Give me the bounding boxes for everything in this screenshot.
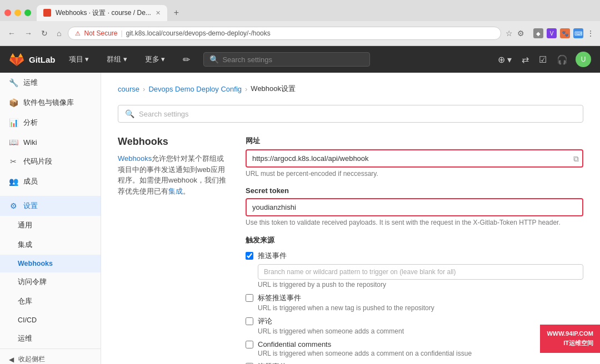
projects-menu-btn[interactable]: 项目 ▾ [64,52,94,67]
push-event-label[interactable]: 推送事件 [258,251,287,260]
search-input[interactable] [222,55,364,64]
url-input[interactable] [246,149,583,168]
breadcrumb-sep-2: › [245,85,247,93]
analytics-icon: 📊 [9,118,18,127]
sidebar-item-general[interactable]: 通用 [0,216,101,235]
sidebar-item-members[interactable]: 👥 成员 [0,171,101,191]
tab-close-btn[interactable]: ✕ [156,9,161,17]
search-settings-input[interactable] [139,110,576,118]
ext-icon-1[interactable]: ◆ [533,28,543,38]
sidebar-item-repository[interactable]: 仓库 [0,292,101,311]
confidential-comments-label[interactable]: Confidential comments [258,340,331,348]
collapse-sidebar-btn[interactable]: ◀ 收起侧栏 [0,349,101,364]
add-icon[interactable]: ⊕ ▾ [496,52,514,67]
more-menu-btn[interactable]: 更多 ▾ [141,52,170,67]
secret-token-input[interactable] [246,198,583,216]
search-settings-bar: 🔍 [118,105,583,123]
more-options-icon[interactable]: ⋮ [587,29,594,38]
sidebar-item-analytics[interactable]: 📊 分析 [0,113,101,133]
sidebar-label-webhooks: Webhooks [18,260,53,267]
sidebar-item-webhooks[interactable]: Webhooks [0,255,101,272]
sidebar-label-packages: 软件包与镜像库 [23,98,74,108]
confidential-comments-item: Confidential comments URL is triggered w… [246,340,583,357]
headset-icon[interactable]: 🎧 [554,52,570,67]
sidebar-item-cicd[interactable]: CI/CD [0,311,101,329]
minimize-window-btn[interactable] [14,9,21,16]
url-form-group: 网址 ⧉ URL must be percent-encoded if necc… [246,136,583,178]
breadcrumb-current: Webhook设置 [251,84,296,94]
ext-icon-2[interactable]: V [547,28,557,38]
breadcrumb-course[interactable]: course [118,85,139,93]
copy-icon[interactable]: ⧉ [573,154,579,163]
sidebar-item-operations-sub[interactable]: 运维 [0,329,101,348]
reload-button[interactable]: ↻ [39,28,50,39]
pencil-icon[interactable]: ✏ [178,52,194,67]
window-controls [4,9,31,16]
sidebar-item-access-tokens[interactable]: 访问令牌 [0,272,101,292]
sidebar-item-snippets[interactable]: ✂ 代码片段 [0,151,101,171]
close-window-btn[interactable] [4,9,11,16]
sidebar-label-operations: 运维 [23,78,38,88]
secret-token-hint: Use this token to validate received payl… [246,219,583,226]
groups-menu-btn[interactable]: 群组 ▾ [102,52,132,67]
comment-content: 评论 URL is triggered when someone adds a … [258,316,583,335]
watermark: WWW.94IP.COM IT运维空间 [540,325,600,353]
svg-marker-5 [11,53,15,57]
address-actions: ☆ ⚙ [506,29,524,38]
address-bar-container: ← → ↻ ⌂ ⚠ Not Secure | git.k8s.local/cou… [0,21,600,46]
sidebar-label-members: 成员 [23,176,38,186]
watermark-line1: WWW.94IP.COM [547,329,593,339]
browser-tab[interactable]: Webhooks · 设置 · course / De... ✕ [37,5,167,21]
tag-push-checkbox[interactable] [246,294,253,302]
ext-icon-3[interactable]: 🐾 [560,28,570,38]
integrations-link[interactable]: 集成 [168,187,183,195]
webhooks-link[interactable]: Webhooks [118,154,152,163]
back-button[interactable]: ← [6,28,18,39]
forward-button[interactable]: → [22,28,34,39]
url-text: git.k8s.local/course/devops-demo-deploy/… [126,29,271,37]
bookmark-icon[interactable]: ☆ [506,29,513,38]
webhooks-desc-suffix: 。 [183,187,190,195]
sidebar-item-integrations[interactable]: 集成 [0,235,101,255]
sidebar-item-operations[interactable]: 🔧 运维 [0,73,101,93]
home-button[interactable]: ⌂ [54,28,63,39]
merge-icon[interactable]: ⇄ [519,52,531,67]
address-bar[interactable]: ⚠ Not Secure | git.k8s.local/course/devo… [68,27,501,40]
main-layout: 🔧 运维 📦 软件包与镜像库 📊 分析 📖 Wiki ✂ 代码片段 👥 成 [0,73,600,364]
gitlab-logo[interactable]: GitLab [9,52,56,67]
comment-checkbox[interactable] [246,317,253,325]
secret-token-form-group: Secret token Use this token to validate … [246,186,583,226]
breadcrumb-project[interactable]: Devops Demo Deploy Config [148,85,242,93]
gitlab-logo-text: GitLab [29,55,56,64]
nav-search: 🔍 [203,52,370,67]
activity-icon[interactable]: ☑ [537,52,549,67]
tag-push-label[interactable]: 标签推送事件 [258,294,301,302]
ext-icon-4[interactable]: ⌨ [573,28,583,38]
confidential-comments-checkbox[interactable] [246,341,253,348]
breadcrumb-sep-1: › [143,85,145,93]
browser-chrome: Webhooks · 设置 · course / De... ✕ + ← → ↻… [0,0,600,46]
sidebar-item-settings[interactable]: ⚙ 设置 [0,196,101,216]
breadcrumb: course › Devops Demo Deploy Config › Web… [118,84,583,94]
comment-item: 评论 URL is triggered when someone adds a … [246,316,583,335]
new-tab-button[interactable]: + [171,7,182,19]
sidebar-item-wiki[interactable]: 📖 Wiki [0,133,101,151]
address-separator: | [121,29,123,37]
collapse-label: 收起侧栏 [18,355,45,364]
watermark-line2: IT运维空间 [547,338,593,348]
sidebar-label-snippets: 代码片段 [23,156,52,166]
maximize-window-btn[interactable] [24,9,31,16]
tag-push-desc: URL is triggered when a new tag is pushe… [258,304,583,312]
top-nav: GitLab 项目 ▾ 群组 ▾ 更多 ▾ ✏ 🔍 ⊕ ▾ ⇄ ☑ 🎧 U [0,46,600,73]
push-event-checkbox[interactable] [246,252,253,260]
branch-pattern-input[interactable] [258,264,583,280]
push-event-desc: URL is triggered by a push to the reposi… [258,281,583,289]
members-icon: 👥 [9,177,18,186]
user-avatar[interactable]: U [576,52,591,67]
confidential-comments-desc: URL is triggered when someone adds a com… [258,350,583,357]
extensions-icon[interactable]: ⚙ [517,29,524,38]
comment-label[interactable]: 评论 [258,317,272,325]
extensions-area: ◆ V 🐾 ⌨ ⋮ [533,28,594,38]
comment-desc: URL is triggered when someone adds a com… [258,327,583,335]
sidebar-item-packages[interactable]: 📦 软件包与镜像库 [0,93,101,113]
